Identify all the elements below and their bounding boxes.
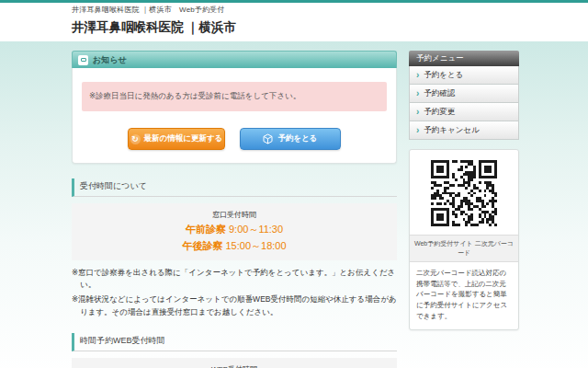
action-buttons-row: ↻ 最新の情報に更新する 予約をとる: [82, 128, 387, 150]
notice-bubble-icon: [78, 55, 88, 65]
chevron-right-icon: ›: [416, 108, 419, 117]
menu-item-label: 予約をとる: [424, 70, 463, 81]
notice-card: ※診療日当日に発熱のある方は受診前に電話をして下さい。 ↻ 最新の情報に更新する…: [72, 68, 397, 164]
reception-hours-heading: 受付時間について: [72, 178, 397, 197]
chevron-right-icon: ›: [416, 89, 419, 98]
menu-item-label: 予約確認: [424, 88, 455, 99]
menu-item-label: 予約キャンセル: [424, 125, 480, 136]
chevron-right-icon: ›: [416, 126, 419, 135]
notice-section-header: お知らせ: [72, 51, 397, 68]
reception-note-1: ※窓口で診察券を出される際に「インターネットで予約をとっています。」とお伝えくだ…: [72, 267, 397, 291]
menu-item-change-reservation[interactable]: › 予約変更: [409, 103, 519, 121]
reservation-menu-header: 予約メニュー: [409, 51, 519, 66]
web-hours-box: WEB受付時間 24時間受付: [72, 358, 397, 368]
qr-caption: Web予約受付サイト 二次元バーコード: [410, 235, 518, 262]
sidebar: 予約メニュー › 予約をとる › 予約確認 › 予約変更 › 予約キャンセル: [409, 51, 519, 330]
menu-item-take-reservation[interactable]: › 予約をとる: [409, 66, 519, 85]
window-hours-label: 窓口受付時間: [75, 210, 393, 220]
pm-hours: 午後診察 15:00～18:00: [75, 239, 393, 253]
menu-item-cancel-reservation[interactable]: › 予約キャンセル: [409, 121, 519, 140]
refresh-icon: ↻: [130, 134, 141, 144]
web-hours-label: WEB受付時間: [75, 364, 393, 368]
menu-item-confirm-reservation[interactable]: › 予約確認: [409, 85, 519, 103]
notice-section-title: お知らせ: [93, 54, 127, 66]
pm-label: 午後診察: [182, 240, 222, 251]
site-header: 井澤耳鼻咽喉科医院 ｜横浜市 Web予約受付 井澤耳鼻咽喉科医院 ｜横浜市: [0, 3, 588, 41]
web-hours-heading: 時間予約WEB受付時間: [72, 333, 397, 351]
page-title: 井澤耳鼻咽喉科医院 ｜横浜市: [72, 19, 588, 36]
content-column: お知らせ ※診療日当日に発熱のある方は受診前に電話をして下さい。 ↻ 最新の情報…: [72, 51, 397, 368]
reception-notes: ※窓口で診察券を出される際に「インターネットで予約をとっています。」とお伝えくだ…: [72, 267, 397, 318]
qr-card: Web予約受付サイト 二次元バーコード 二次元バーコード読込対応の携帯電話等で、…: [409, 149, 519, 330]
reserve-button-label: 予約をとる: [277, 133, 317, 144]
reserve-button[interactable]: 予約をとる: [240, 128, 341, 150]
window-hours-box: 窓口受付時間 午前診察 9:00～11:30 午後診察 15:00～18:00: [72, 203, 397, 260]
fever-alert-message: ※診療日当日に発熱のある方は受診前に電話をして下さい。: [82, 82, 387, 111]
reception-note-2: ※混雑状況などによってはインターネットでの順番WEB受付時間の短縮や休止する場合…: [72, 293, 397, 317]
breadcrumb: 井澤耳鼻咽喉科医院 ｜横浜市 Web予約受付: [72, 5, 588, 15]
page: 井澤耳鼻咽喉科医院 ｜横浜市 Web予約受付 井澤耳鼻咽喉科医院 ｜横浜市 お知…: [0, 0, 588, 368]
am-time: 9:00～11:30: [229, 224, 283, 235]
pm-time: 15:00～18:00: [226, 240, 287, 251]
refresh-button-label: 最新の情報に更新する: [144, 133, 223, 144]
qr-code: [410, 150, 518, 235]
cube-icon: [263, 133, 273, 144]
qr-description: 二次元バーコード読込対応の携帯電話等で、上記の二次元バーコードを撮影すると簡単に…: [410, 262, 518, 329]
am-hours: 午前診察 9:00～11:30: [75, 223, 393, 236]
am-label: 午前診察: [186, 224, 226, 235]
refresh-button[interactable]: ↻ 最新の情報に更新する: [128, 128, 225, 150]
menu-item-label: 予約変更: [424, 107, 455, 118]
main-area: お知らせ ※診療日当日に発熱のある方は受診前に電話をして下さい。 ↻ 最新の情報…: [0, 41, 588, 368]
chevron-right-icon: ›: [416, 71, 419, 80]
